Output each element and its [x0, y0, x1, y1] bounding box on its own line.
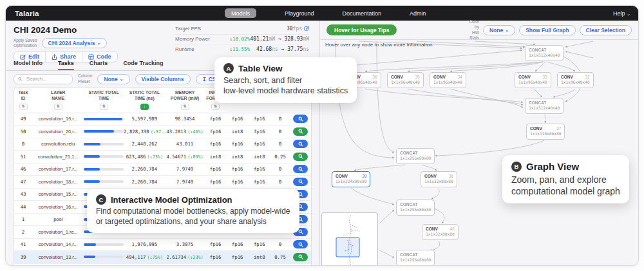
format-cell: int8	[249, 154, 270, 160]
sort-button[interactable]: ⇅	[54, 104, 62, 110]
top-nav: Talaria ModelsPlaygroundDocumentationAdm…	[6, 6, 638, 21]
nav-item-playground[interactable]: Playground	[285, 10, 314, 17]
column-header-memory-power-mw[interactable]: MEMORYPOWER (mW)⇅	[166, 90, 205, 110]
column-header-task-id[interactable]: TaskID⇅	[14, 90, 32, 110]
inspect-row-button[interactable]	[293, 115, 308, 123]
inspect-row-button[interactable]	[293, 140, 308, 148]
task-id-cell: 0	[14, 141, 32, 147]
graph-node-conv-35[interactable]: CONV351x1x96x40x40	[387, 72, 424, 88]
column-header-static-total-time-ns[interactable]: STATIC TOTALTIME (ns)↓	[124, 90, 166, 110]
memory-power-cell: 7.9749	[166, 179, 205, 185]
color-by-dropdown[interactable]: None ⌄	[483, 25, 515, 35]
chevron-down-icon: ⌄	[97, 41, 100, 46]
time-bar-cell	[84, 130, 124, 133]
format-cell: fp16	[204, 179, 226, 185]
graph-node-conv-33[interactable]: CONV331x1x96x40x40	[515, 72, 551, 88]
inspect-row-button[interactable]	[293, 253, 308, 261]
graph-node-conv-39[interactable]: CONV391x1x224x80x80	[332, 171, 370, 187]
node-dims: 1x1x96x40x40	[561, 80, 590, 86]
time-bar-cell	[84, 168, 124, 171]
node-dims: 1x1x96x40x40	[391, 80, 420, 86]
magnifier-icon	[298, 242, 303, 247]
model-stats: Target FPS30fpsMemory Power↓18.02%401.21…	[175, 24, 309, 54]
table-row[interactable]: 0convolution,relu2,448,26243.011fp16fp16…	[14, 138, 311, 151]
magnifier-icon	[298, 142, 303, 147]
sort-button[interactable]: ⇅	[19, 104, 28, 110]
inspect-row-button[interactable]	[293, 178, 308, 186]
nav-item-admin[interactable]: Admin	[410, 10, 426, 17]
nav-item-models[interactable]: Models	[225, 8, 256, 18]
graph-node-conv-37[interactable]: CONV371x1x128x80x80	[526, 124, 565, 140]
graph-node-conv-38[interactable]: CONV381x1x32x80x80	[421, 171, 457, 187]
inspect-row-button[interactable]	[293, 127, 308, 136]
sort-button[interactable]: ⇅	[181, 104, 189, 110]
saved-optimization-dropdown[interactable]: CHI 2024 Analysis ⌄	[42, 38, 108, 48]
inspect-row-button[interactable]	[293, 240, 308, 248]
node-dims: 1x1x96x40x40	[433, 80, 462, 86]
node-id: 35	[415, 74, 420, 80]
node-title: CONV	[433, 74, 446, 80]
sort-button[interactable]: ⇅	[211, 104, 220, 110]
tab-code-tracking[interactable]: Code Tracking	[123, 60, 163, 70]
clear-selection-button[interactable]: Clear Selection	[580, 25, 632, 35]
apply-saved-optimization-label: Apply Saved Optimization	[14, 38, 37, 49]
format-cell: fp16	[227, 179, 249, 185]
table-row[interactable]: 41convolution_14,r...1,976,9953.3975fp16…	[14, 239, 311, 252]
model-header: CHI 2024 Demo Apply Saved Optimization C…	[6, 21, 319, 57]
table-row[interactable]: 39convolution_13,r...494,117(↓75%)2.6173…	[14, 251, 311, 264]
task-id-cell: 39	[14, 254, 32, 260]
graph-node-concat[interactable]: CONCAT1x1x256x80x80	[396, 200, 435, 216]
help-menu[interactable]: Help ⌄	[613, 10, 630, 17]
tab-model-info[interactable]: Model Info	[14, 60, 43, 70]
column-preset-dropdown[interactable]: None ⌄	[97, 74, 129, 84]
sort-button[interactable]: ↓	[140, 104, 149, 110]
memory-power-cell: 43.011	[166, 141, 205, 147]
visible-columns-button[interactable]: Visible Columns	[135, 74, 191, 84]
column-header-static-total-time[interactable]: STATIC TOTALTIME⇅	[84, 90, 124, 110]
time-bar-fill	[84, 243, 96, 246]
graph-node-conv-40[interactable]: CONV401x1x32x80x80	[422, 224, 459, 240]
graph-node-concat[interactable]: CONCAT1x1x512x40x40	[525, 98, 564, 114]
edit-fps-icon[interactable]	[304, 26, 309, 31]
search-input[interactable]	[25, 75, 68, 82]
nav-item-documentation[interactable]: Documentation	[343, 10, 382, 17]
column-label: Task	[14, 90, 32, 96]
node-id: 38	[449, 173, 453, 179]
tab-charts[interactable]: Charts	[90, 60, 108, 70]
usage-tips-button[interactable]: Hover for Usage Tips	[327, 24, 397, 35]
inspect-row-button[interactable]	[293, 265, 308, 266]
show-full-graph-button[interactable]: Show Full Graph	[519, 25, 576, 35]
table-row[interactable]: 50convolution_20,r...2,828,330(↓37...43.…	[14, 126, 311, 138]
tab-tasks[interactable]: Tasks	[58, 60, 74, 70]
node-id: 34	[458, 74, 462, 80]
node-id: 32	[585, 74, 590, 80]
table-row[interactable]: 47convolution_18,r...2,260,7847.9749fp16…	[14, 176, 311, 189]
column-header-layer-name[interactable]: LAYERNAME⇅	[32, 90, 84, 110]
table-row[interactable]: 49convolution_19,r...5,597,98998.3454fp1…	[14, 113, 311, 126]
graph-node-concat[interactable]: CONCAT1x1x256x80x80	[396, 250, 435, 266]
graph-canvas[interactable]: Hover over any node to show more informa…	[320, 40, 638, 266]
table-row[interactable]: 46convolution_17,r...2,260,7847.9749fp16…	[14, 164, 311, 176]
table-row[interactable]: 51convolution_21,1...623,486(↓73%)4.5467…	[14, 151, 311, 164]
node-dims: 1x1x512x40x40	[529, 106, 560, 111]
node-header: CONCAT	[400, 252, 431, 257]
graph-node-conv-34[interactable]: CONV341x1x96x40x40	[430, 72, 466, 88]
time-bar-cell	[84, 243, 124, 246]
inspect-row-button[interactable]	[293, 153, 308, 161]
graph-node-conv-32[interactable]: CONV321x1x96x40x40	[557, 72, 594, 88]
brand-logo: Talaria	[15, 10, 39, 17]
numeric-cell: 0	[270, 166, 290, 172]
time-bar-cell	[84, 155, 124, 158]
node-dims: 1x1x224x80x80	[336, 179, 366, 185]
table-row[interactable]: 48convolution_tran...1,151,3807.00110fp1…	[14, 264, 311, 266]
inspect-row-button[interactable]	[293, 165, 308, 173]
sort-button[interactable]: ⇅	[100, 104, 108, 110]
task-id-cell: 47	[14, 179, 32, 185]
layer-name-cell: convolution_18,r...	[32, 179, 84, 185]
node-header: CONV38	[424, 173, 453, 179]
graph-minimap[interactable]	[321, 212, 378, 266]
graph-node-concat[interactable]: CONCAT1x1x256x80x80	[396, 148, 435, 164]
graph-node-concat[interactable]: CONCAT1x1x512x40x40	[525, 45, 564, 61]
task-id-cell: 43	[14, 191, 32, 197]
format-cell: fp16	[204, 116, 226, 122]
